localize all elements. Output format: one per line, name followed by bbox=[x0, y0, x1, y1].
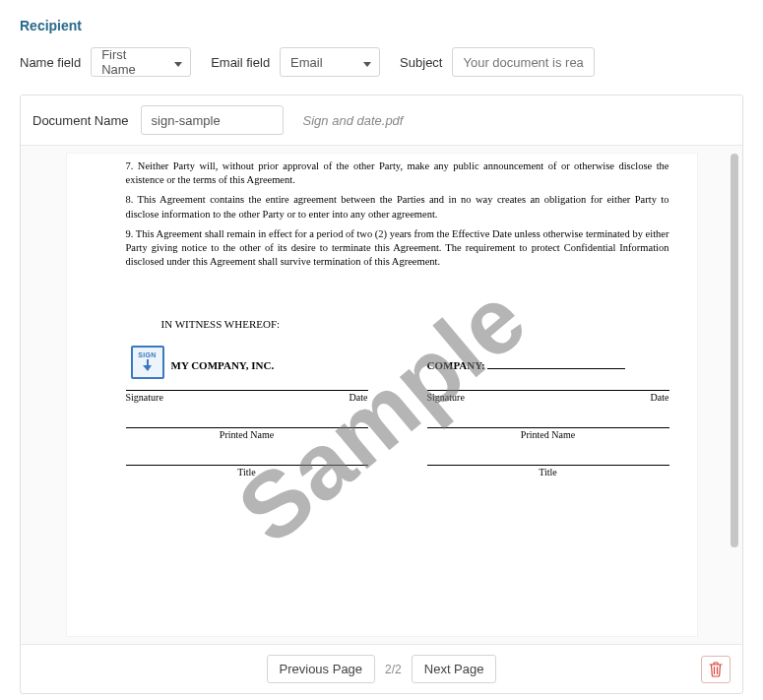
subject-label: Subject bbox=[400, 55, 442, 70]
company-2-prefix: COMPANY: bbox=[427, 359, 485, 371]
name-field-label: Name field bbox=[20, 55, 81, 70]
signature-label-1: Signature bbox=[126, 392, 350, 403]
name-field-value: First Name bbox=[101, 47, 155, 77]
arrow-down-icon bbox=[143, 359, 153, 373]
preview-scrollbar[interactable] bbox=[731, 154, 738, 636]
paragraph-8: 8. This Agreement contains the entire ag… bbox=[126, 193, 669, 221]
printed-name-line-1 bbox=[126, 414, 368, 428]
signature-label-2: Signature bbox=[427, 392, 651, 403]
title-label-2: Title bbox=[427, 467, 669, 477]
section-title: Recipient bbox=[20, 18, 743, 33]
name-field-select[interactable]: First Name bbox=[91, 47, 191, 77]
next-page-button[interactable]: Next Page bbox=[412, 655, 497, 683]
document-footer: Previous Page 2/2 Next Page bbox=[21, 644, 742, 693]
signature-line-1 bbox=[126, 377, 368, 391]
title-label-1: Title bbox=[126, 467, 368, 477]
delete-button[interactable] bbox=[701, 656, 731, 683]
paragraph-9: 9. This Agreement shall remain in effect… bbox=[126, 227, 669, 270]
printed-name-line-2 bbox=[427, 414, 669, 428]
company-1: MY COMPANY, INC. bbox=[171, 359, 368, 371]
document-page: 7. Neither Party will, without prior app… bbox=[67, 154, 697, 636]
caret-down-icon bbox=[174, 55, 182, 70]
sign-tag-label: SIGN bbox=[138, 351, 156, 358]
caret-down-icon bbox=[363, 55, 371, 70]
previous-page-button[interactable]: Previous Page bbox=[267, 655, 376, 683]
document-name-label: Document Name bbox=[32, 113, 129, 128]
trash-icon bbox=[709, 662, 723, 677]
sign-here-tag[interactable]: SIGN bbox=[131, 346, 164, 379]
subject-input[interactable] bbox=[452, 47, 595, 77]
pager: Previous Page 2/2 Next Page bbox=[267, 655, 497, 683]
recipient-row: Name field First Name Email field Email … bbox=[20, 47, 743, 77]
document-header: Document Name Sign and date.pdf bbox=[21, 95, 742, 146]
preview-area: 7. Neither Party will, without prior app… bbox=[21, 146, 742, 644]
email-field-label: Email field bbox=[211, 55, 270, 70]
page-indicator: 2/2 bbox=[385, 663, 402, 676]
paragraph-7: 7. Neither Party will, without prior app… bbox=[126, 159, 669, 187]
printed-name-label-2: Printed Name bbox=[427, 429, 669, 440]
title-line-1 bbox=[126, 452, 368, 466]
document-box: Document Name Sign and date.pdf 7. Neith… bbox=[20, 95, 743, 694]
email-field-select[interactable]: Email bbox=[280, 47, 380, 77]
document-filename: Sign and date.pdf bbox=[303, 113, 404, 128]
witness-whereof: IN WITNESS WHEREOF: bbox=[161, 318, 669, 330]
date-label-1: Date bbox=[350, 392, 368, 403]
printed-name-label-1: Printed Name bbox=[126, 429, 368, 440]
signature-col-2: COMPANY: Signature Date Printed Name bbox=[427, 359, 669, 489]
company-blank-line bbox=[487, 368, 625, 369]
title-line-2 bbox=[427, 452, 669, 466]
scrollbar-thumb[interactable] bbox=[731, 154, 738, 547]
signature-line-2 bbox=[427, 377, 669, 391]
date-label-2: Date bbox=[651, 392, 669, 403]
signature-area: SIGN MY COMPANY, INC. Signature bbox=[126, 359, 669, 489]
document-name-input[interactable] bbox=[141, 105, 284, 135]
company-2: COMPANY: bbox=[427, 359, 669, 371]
email-field-value: Email bbox=[290, 55, 323, 70]
